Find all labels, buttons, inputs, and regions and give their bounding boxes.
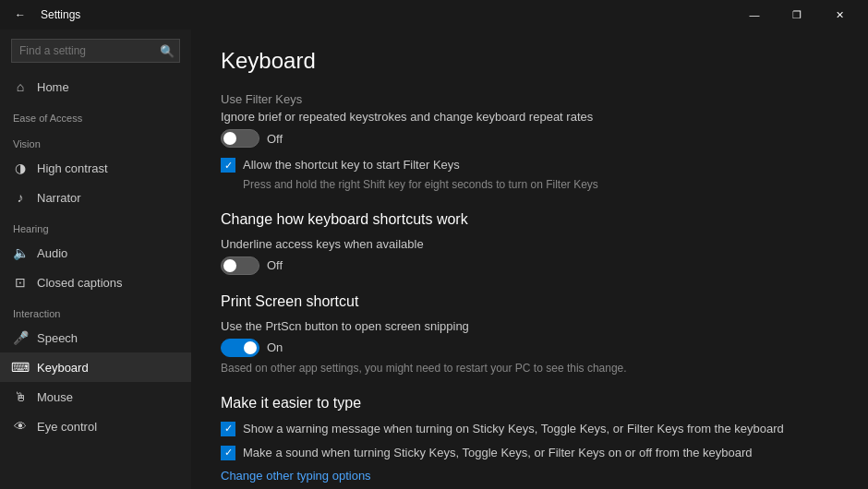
sidebar-item-label-home: Home <box>37 80 69 94</box>
title-bar-left: ← Settings <box>7 2 80 28</box>
checkbox-check-icon: ✓ <box>224 161 233 171</box>
closed-captions-icon: ⊡ <box>13 275 28 290</box>
filter-keys-ignore-label: Ignore brief or repeated keystrokes and … <box>221 110 838 124</box>
prtscn-label: Use the PrtScn button to open screen sni… <box>221 319 838 333</box>
prtscn-toggle-container: On <box>221 339 838 357</box>
content-area: Keyboard Use Filter Keys Ignore brief or… <box>191 30 868 489</box>
filter-keys-shortcut-checkbox[interactable]: ✓ <box>221 158 235 173</box>
sidebar-item-label-keyboard: Keyboard <box>37 361 89 375</box>
sidebar-item-audio[interactable]: 🔈 Audio <box>0 238 191 268</box>
high-contrast-icon: ◑ <box>13 161 28 175</box>
setting-sticky-keys-sound: ✓ Make a sound when turning Sticky Keys,… <box>221 445 838 461</box>
sidebar-label-vision: Vision <box>0 127 191 153</box>
close-button[interactable]: ✕ <box>818 0 861 30</box>
sidebar-item-label-high-contrast: High contrast <box>37 161 108 175</box>
sidebar-section-ease-of-access: Ease of Access <box>0 101 191 127</box>
underline-access-keys-toggle-label: Off <box>267 258 283 272</box>
title-bar-title: Settings <box>41 8 80 21</box>
eye-control-icon: 👁 <box>13 419 28 434</box>
main-layout: 🔍 ⌂ Home Ease of Access Vision ◑ High co… <box>0 30 868 489</box>
sidebar-item-label-mouse: Mouse <box>37 390 73 404</box>
search-wrapper: 🔍 <box>11 39 180 63</box>
sidebar-item-narrator[interactable]: ♪ Narrator <box>0 183 191 212</box>
filter-keys-ignore-toggle-label: Off <box>267 132 283 146</box>
prtscn-toggle[interactable] <box>221 339 259 357</box>
filter-keys-ignore-toggle-thumb <box>223 132 236 145</box>
setting-prtscn: Use the PrtScn button to open screen sni… <box>221 319 838 376</box>
sidebar-label-interaction: Interaction <box>0 297 191 323</box>
sidebar-item-high-contrast[interactable]: ◑ High contrast <box>0 153 191 183</box>
section3-heading: Print Screen shortcut <box>221 293 838 310</box>
filter-keys-ignore-toggle[interactable] <box>221 129 259 148</box>
setting-filter-keys-shortcut: ✓ Allow the shortcut key to start Filter… <box>221 157 838 193</box>
prtscn-toggle-thumb <box>244 341 257 354</box>
checkbox-check-icon-3: ✓ <box>224 447 233 458</box>
underline-access-keys-label: Underline access keys when available <box>221 237 838 251</box>
sticky-keys-warning-checkbox[interactable]: ✓ <box>221 422 235 436</box>
title-bar: ← Settings — ❐ ✕ <box>0 0 868 30</box>
setting-underline-access-keys: Underline access keys when available Off <box>221 237 838 275</box>
restore-button[interactable]: ❐ <box>776 0 818 30</box>
underline-access-keys-toggle-container: Off <box>221 256 838 275</box>
search-input[interactable] <box>11 39 180 63</box>
search-icon: 🔍 <box>160 44 175 58</box>
sidebar-item-keyboard[interactable]: ⌨ Keyboard <box>0 352 191 382</box>
sidebar-item-mouse[interactable]: 🖱 Mouse <box>0 382 191 411</box>
home-icon: ⌂ <box>13 79 28 94</box>
underline-access-keys-toggle[interactable] <box>221 256 259 275</box>
sidebar-item-label-audio: Audio <box>37 246 67 260</box>
sidebar-item-closed-captions[interactable]: ⊡ Closed captions <box>0 268 191 297</box>
sidebar-item-label-eye-control: Eye control <box>37 420 97 434</box>
filter-keys-fade-text: Use Filter Keys <box>221 89 838 106</box>
section4-heading: Make it easier to type <box>221 395 838 411</box>
sidebar-item-label-narrator: Narrator <box>37 191 81 205</box>
minimize-button[interactable]: — <box>733 0 776 30</box>
sidebar-item-home[interactable]: ⌂ Home <box>0 72 191 101</box>
section2-heading: Change how keyboard shortcuts work <box>221 211 838 228</box>
narrator-icon: ♪ <box>13 190 28 205</box>
speech-icon: 🎤 <box>13 330 28 345</box>
prtscn-desc: Based on other app settings, you might n… <box>221 361 838 376</box>
sidebar-label-hearing: Hearing <box>0 212 191 238</box>
sidebar: 🔍 ⌂ Home Ease of Access Vision ◑ High co… <box>0 30 191 489</box>
underline-access-keys-toggle-thumb <box>223 259 236 272</box>
filter-keys-shortcut-desc: Press and hold the right Shift key for e… <box>243 177 598 193</box>
sidebar-item-eye-control[interactable]: 👁 Eye control <box>0 411 191 441</box>
setting-filter-keys-ignore: Ignore brief or repeated keystrokes and … <box>221 110 838 148</box>
filter-keys-ignore-toggle-container: Off <box>221 129 838 148</box>
checkbox-check-icon-2: ✓ <box>224 423 233 434</box>
title-bar-controls: — ❐ ✕ <box>733 0 861 30</box>
sidebar-item-speech[interactable]: 🎤 Speech <box>0 323 191 352</box>
setting-sticky-keys-warning: ✓ Show a warning message when turning on… <box>221 421 838 437</box>
search-container: 🔍 <box>0 33 191 68</box>
keyboard-icon: ⌨ <box>13 360 28 375</box>
audio-icon: 🔈 <box>13 245 28 260</box>
sticky-keys-sound-checkbox[interactable]: ✓ <box>221 446 235 460</box>
change-typing-options-link[interactable]: Change other typing options <box>221 469 371 483</box>
sticky-keys-sound-label: Make a sound when turning Sticky Keys, T… <box>243 445 753 461</box>
filter-keys-shortcut-label: Allow the shortcut key to start Filter K… <box>243 157 598 173</box>
prtscn-toggle-label: On <box>267 340 283 354</box>
mouse-icon: 🖱 <box>13 389 28 404</box>
sidebar-item-label-speech: Speech <box>37 331 78 345</box>
sticky-keys-warning-label: Show a warning message when turning on S… <box>243 421 784 437</box>
sidebar-item-label-closed-captions: Closed captions <box>37 276 123 290</box>
back-button[interactable]: ← <box>7 2 33 28</box>
page-title: Keyboard <box>221 30 838 74</box>
